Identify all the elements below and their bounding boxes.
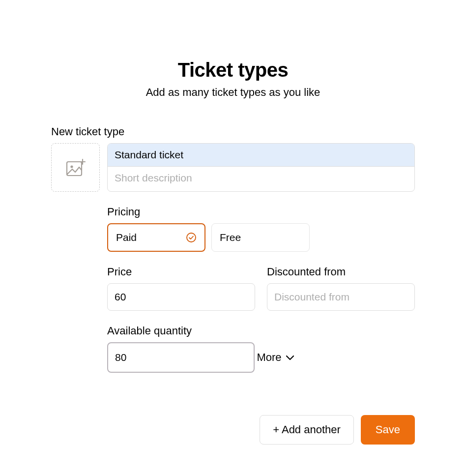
discount-input[interactable] [267,283,415,311]
chevron-down-icon [286,355,294,360]
pricing-options: Paid Free [107,223,415,252]
save-button[interactable]: Save [361,415,415,445]
ticket-description-input[interactable] [108,167,414,189]
image-upload-button[interactable] [51,143,100,192]
discount-label: Discounted from [267,266,415,278]
price-row: Price Discounted from [107,266,415,311]
name-description-group [107,143,415,192]
page-header: Ticket types Add as many ticket types as… [51,59,415,99]
ticket-name-input[interactable] [108,144,414,167]
svg-point-1 [70,165,73,168]
price-field: Price [107,266,255,311]
ticket-types-form: Ticket types Add as many ticket types as… [51,0,415,445]
image-add-icon [65,157,86,178]
ticket-identity-row [51,143,415,192]
pricing-label: Pricing [107,206,415,218]
discount-field: Discounted from [267,266,415,311]
quantity-input[interactable] [107,342,255,373]
more-toggle[interactable]: More [257,351,294,364]
form-footer: + Add another Save [107,415,415,445]
page-subtitle: Add as many ticket types as you like [51,86,415,99]
section-label-new-ticket: New ticket type [51,125,415,138]
form-body: Pricing Paid Free Price Discounted from [107,206,415,445]
svg-rect-0 [67,162,82,176]
add-another-button[interactable]: + Add another [260,415,354,445]
pricing-option-paid-label: Paid [116,232,137,243]
pricing-option-free[interactable]: Free [211,223,310,252]
svg-point-4 [187,233,196,242]
pricing-option-paid[interactable]: Paid [107,223,205,252]
price-input[interactable] [107,283,255,311]
quantity-label: Available quantity [107,325,415,337]
check-circle-icon [186,232,197,243]
price-label: Price [107,266,255,278]
page-title: Ticket types [51,59,415,81]
more-toggle-label: More [257,351,281,364]
pricing-option-free-label: Free [220,232,241,243]
